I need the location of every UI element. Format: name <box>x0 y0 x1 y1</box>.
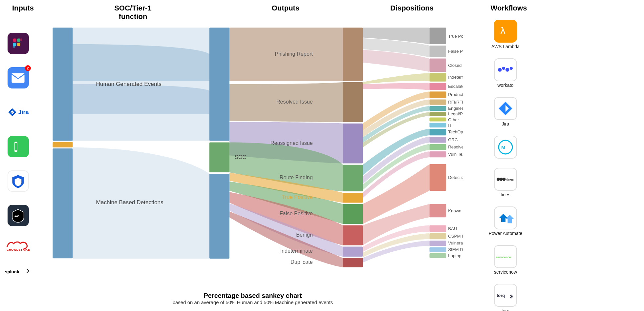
svg-rect-14 <box>53 142 73 147</box>
svg-rect-2 <box>17 38 20 42</box>
svg-text:Indeterminate: Indeterminate <box>448 75 463 80</box>
svg-point-86 <box>502 67 505 70</box>
svg-text:Legal/Pricavy: Legal/Pricavy <box>448 111 463 116</box>
svg-rect-49 <box>429 253 446 258</box>
svg-rect-40 <box>429 137 446 143</box>
svg-rect-0 <box>13 38 16 42</box>
svg-text:Route Finding: Route Finding <box>280 174 313 180</box>
svg-rect-20 <box>343 82 363 122</box>
svg-rect-17 <box>209 143 229 172</box>
svg-rect-43 <box>429 164 446 191</box>
svg-text:torq: torq <box>497 293 505 298</box>
svg-rect-36 <box>429 112 446 116</box>
svg-point-9 <box>15 150 16 151</box>
svg-rect-35 <box>429 106 446 111</box>
phone-icon <box>8 136 29 157</box>
svg-rect-27 <box>343 258 363 267</box>
svg-rect-8 <box>15 143 17 150</box>
svg-rect-6 <box>11 73 24 83</box>
svg-rect-24 <box>343 204 363 224</box>
svg-rect-16 <box>209 28 229 141</box>
svg-text:True Postive: True Postive <box>448 34 463 39</box>
mulesoft-workflow: M <box>494 136 517 159</box>
svg-point-89 <box>499 140 512 154</box>
svg-point-93 <box>503 178 506 181</box>
svg-rect-25 <box>343 225 363 245</box>
svg-rect-41 <box>429 144 446 150</box>
svg-rect-34 <box>429 100 446 105</box>
bitwarden-icon <box>8 170 29 192</box>
dispositions-header: Dispositions <box>364 4 460 12</box>
svg-rect-3 <box>17 43 20 46</box>
svg-text:AWS: AWS <box>14 215 20 217</box>
svg-rect-19 <box>343 28 363 81</box>
workato-workflow: workato <box>494 58 517 88</box>
svg-text:IT: IT <box>448 123 452 128</box>
chart-title: Percentage based sankey chart <box>43 292 463 300</box>
svg-rect-28 <box>429 28 446 44</box>
outputs-header: Outputs <box>226 4 345 12</box>
chart-footer: Percentage based sankey chart based on a… <box>43 292 463 305</box>
svg-rect-37 <box>429 117 446 121</box>
svg-text:Vuln Team: Vuln Team <box>448 152 463 157</box>
svg-rect-26 <box>343 247 363 257</box>
svg-text:Duplicate: Duplicate <box>290 259 313 265</box>
svg-rect-15 <box>53 148 73 258</box>
svg-rect-5 <box>13 45 15 48</box>
svg-text:Engineering: Engineering <box>448 106 463 111</box>
input-icons-column: 2 Jira Jira AWS CROWDSTRI <box>5 33 31 277</box>
svg-text:Jira: Jira <box>10 111 13 113</box>
svg-text:splunk: splunk <box>5 269 19 274</box>
svg-rect-46 <box>429 233 446 239</box>
svg-rect-29 <box>429 46 446 57</box>
svg-rect-22 <box>343 165 363 191</box>
svg-text:Product Security: Product Security <box>448 92 463 97</box>
svg-rect-23 <box>343 193 363 203</box>
svg-text:servicenow: servicenow <box>496 256 512 259</box>
svg-text:Human Generated Events: Human Generated Events <box>96 81 161 87</box>
svg-text:Reassigned Issue: Reassigned Issue <box>270 140 313 146</box>
svg-point-87 <box>505 68 509 72</box>
power-automate-workflow: Power Automate <box>489 206 523 236</box>
svg-text:Closed: Closed <box>448 63 462 68</box>
svg-text:tines: tines <box>506 178 514 181</box>
svg-text:CSPM Findings: CSPM Findings <box>448 234 463 239</box>
svg-text:Machine Based Detections: Machine Based Detections <box>96 199 163 205</box>
svg-rect-21 <box>343 124 363 164</box>
svg-rect-32 <box>429 83 446 90</box>
svg-text:Benign: Benign <box>296 232 313 238</box>
svg-text:True Positive: True Positive <box>282 194 313 200</box>
svg-text:SOC: SOC <box>235 154 246 160</box>
crowdstrike-icon: CROWDSTRIKE <box>5 239 31 252</box>
torq-workflow: torq torq <box>494 284 517 311</box>
tines-workflow: tines tines <box>494 168 517 197</box>
svg-text:BAU: BAU <box>448 226 457 231</box>
svg-text:CROWDSTRIKE: CROWDSTRIKE <box>7 248 30 251</box>
svg-text:GRC: GRC <box>448 137 458 142</box>
svg-text:M: M <box>501 145 505 150</box>
sankey-chart: Human Generated Events Machine Based Det… <box>43 16 463 285</box>
svg-rect-33 <box>429 91 446 98</box>
svg-rect-1 <box>13 43 16 46</box>
svg-text:SIEM Detection: SIEM Detection <box>448 247 463 252</box>
email-icon: 2 <box>8 67 29 88</box>
svg-point-92 <box>500 178 503 181</box>
svg-text:RFI/RFP: RFI/RFP <box>448 100 463 105</box>
svg-rect-31 <box>429 73 446 81</box>
svg-text:Resolved Issue: Resolved Issue <box>276 99 313 105</box>
svg-rect-30 <box>429 59 446 72</box>
jira-workflow: Jira <box>494 97 517 126</box>
svg-rect-39 <box>429 129 446 135</box>
workflows-header: Workflows <box>473 4 545 12</box>
svg-point-85 <box>498 68 502 72</box>
svg-text:Known Exception: Known Exception <box>448 208 463 213</box>
aws-security-icon: AWS <box>8 205 29 226</box>
svg-point-91 <box>497 178 500 181</box>
svg-rect-47 <box>429 241 446 246</box>
splunk-icon: splunk <box>5 265 31 277</box>
svg-text:Escalated: Escalated <box>448 84 463 89</box>
svg-text:Laptop Detection: Laptop Detection <box>448 253 463 258</box>
svg-text:TechOps: TechOps <box>448 129 463 134</box>
svg-point-88 <box>510 67 513 70</box>
svg-text:Detection Tuning: Detection Tuning <box>448 175 463 180</box>
